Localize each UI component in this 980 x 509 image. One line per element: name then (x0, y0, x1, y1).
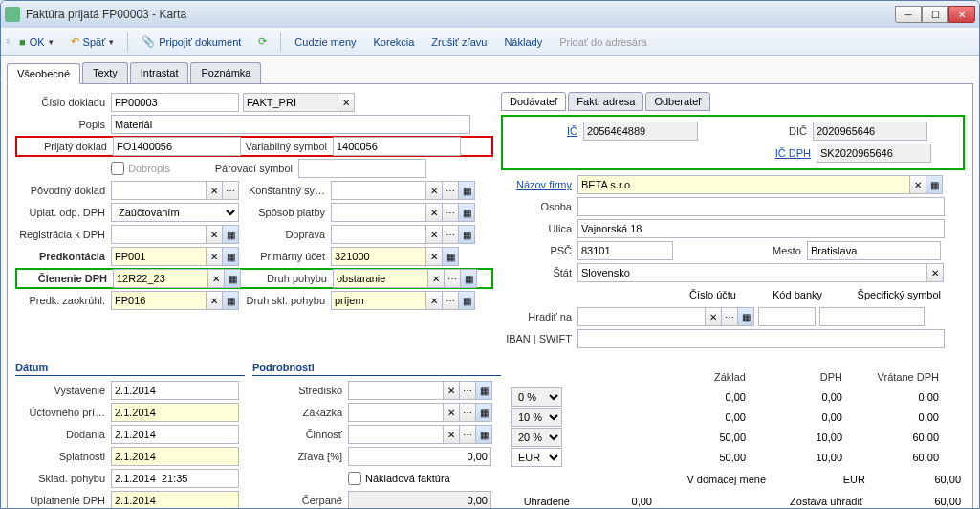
vat-reg-input[interactable] (111, 225, 207, 244)
close-button[interactable]: ✕ (948, 6, 975, 23)
rate2-select[interactable]: 20 % (511, 428, 562, 447)
discount-input[interactable] (348, 447, 491, 466)
accounting-date-input[interactable] (111, 403, 239, 422)
supplier-tab[interactable]: Dodávateľ (501, 92, 566, 111)
city-input[interactable] (807, 241, 941, 260)
received-doc-input[interactable] (113, 137, 241, 156)
company-name-input[interactable] (577, 175, 910, 194)
desc-input[interactable] (111, 115, 470, 134)
const-symbol-input[interactable] (331, 181, 426, 200)
movement-type-input[interactable] (333, 269, 428, 288)
vat-class-label: Členenie DPH (17, 273, 113, 284)
center-input[interactable] (348, 381, 444, 400)
zip-input[interactable] (577, 241, 673, 260)
delivery-date-label: Dodania (15, 429, 111, 440)
ic-input[interactable] (583, 122, 698, 141)
clear-original-button[interactable]: ✕ (206, 181, 223, 200)
iban-input[interactable] (577, 329, 945, 348)
tab-note[interactable]: Poznámka (190, 62, 261, 83)
account-no-input[interactable] (577, 307, 706, 326)
currencies-button[interactable]: Cudzie meny (287, 33, 363, 51)
received-doc-label: Prijatý doklad (17, 141, 113, 152)
order-label: Zákazka (252, 407, 348, 418)
vat-date-label: Uplatnenie DPH (15, 495, 111, 506)
company-name-link[interactable]: Názov firmy (501, 179, 577, 190)
pairing-symbol-input[interactable] (298, 159, 426, 178)
r1-total: 0,00 (847, 408, 943, 427)
vat-apply-label: Uplat. odp. DPH (15, 207, 111, 218)
r1-base: 0,00 (654, 408, 750, 427)
invoice-address-tab[interactable]: Fakt. adresa (568, 92, 643, 111)
app-icon (5, 7, 20, 22)
stock-movement-input[interactable] (331, 291, 426, 310)
stock-date-input[interactable] (111, 469, 239, 488)
r0-base: 0,00 (654, 387, 750, 407)
add-to-addressbook-button[interactable]: Pridať do adresára (552, 33, 655, 51)
const-symbol-label: Konštantný sy… (239, 185, 331, 196)
payment-method-input[interactable] (331, 203, 426, 222)
activity-label: Činnosť (252, 429, 348, 440)
vat-apply-select[interactable]: Zaúčtovaním (111, 203, 239, 222)
doc-number-label: Číslo dokladu (15, 97, 111, 108)
issue-date-label: Vystavenie (15, 385, 111, 396)
round-input[interactable] (111, 291, 207, 310)
issue-date-input[interactable] (111, 381, 239, 400)
paid-label: Uhradené (509, 496, 576, 507)
customer-tab[interactable]: Odberateľ (645, 92, 709, 111)
icdph-input[interactable] (817, 144, 931, 163)
var-symbol-input[interactable] (333, 137, 461, 156)
tab-texts[interactable]: Texty (82, 62, 128, 83)
round-label: Predk. zaokrúhl. (15, 295, 111, 306)
costs-button[interactable]: Náklady (496, 33, 550, 51)
order-input[interactable] (348, 403, 444, 422)
vat-class-input[interactable] (113, 269, 208, 288)
street-label: Ulica (501, 223, 577, 234)
original-doc-input[interactable] (111, 181, 207, 200)
r2-base: 50,00 (654, 428, 750, 447)
ok-button[interactable]: ■OK▾ (11, 33, 61, 51)
cancel-discount-button[interactable]: Zrušiť zľavu (424, 33, 494, 51)
clear-series-button[interactable]: ✕ (338, 93, 355, 112)
ic-link[interactable]: IČ (507, 125, 583, 137)
dobropis-checkbox[interactable] (111, 162, 124, 175)
doc-number-input[interactable] (111, 93, 239, 112)
payment-method-label: Spôsob platby (239, 207, 331, 218)
bank-code-input[interactable] (758, 307, 816, 326)
currency-select[interactable]: EUR (511, 448, 562, 467)
minimize-button[interactable]: ─ (895, 6, 922, 23)
country-input[interactable] (577, 263, 927, 282)
tab-general[interactable]: Všeobecné (7, 63, 80, 84)
delivery-date-input[interactable] (111, 425, 239, 444)
rate0-select[interactable]: 0 % (511, 387, 562, 407)
rate1-select[interactable]: 10 % (511, 408, 562, 427)
cost-invoice-label: Nákladová faktúra (365, 473, 450, 484)
bank-code-header: Kód banky (740, 289, 826, 300)
person-input[interactable] (577, 197, 945, 216)
toolbar-expand-icon[interactable]: ⦂ (7, 35, 10, 48)
refresh-button[interactable]: ⟳ (250, 33, 274, 51)
dic-input[interactable] (813, 122, 927, 141)
transport-input[interactable] (331, 225, 426, 244)
maximize-button[interactable]: ☐ (922, 6, 948, 23)
r2-vat: 10,00 (751, 428, 846, 447)
cost-invoice-checkbox[interactable] (348, 472, 361, 485)
correction-button[interactable]: Korekcia (366, 33, 423, 51)
tab-intrastat[interactable]: Intrastat (130, 62, 189, 83)
primary-account-input[interactable] (331, 247, 426, 266)
r0-vat: 0,00 (751, 387, 846, 407)
due-date-input[interactable] (111, 447, 239, 466)
stock-movement-label: Druh skl. pohybu (239, 295, 331, 306)
icdph-link[interactable]: IČ DPH (702, 147, 817, 159)
doc-series-input[interactable] (243, 93, 338, 112)
lookup-original-button[interactable]: ⋯ (222, 181, 239, 200)
street-input[interactable] (577, 219, 945, 238)
back-button[interactable]: ↶Späť▾ (63, 33, 122, 51)
activity-input[interactable] (348, 425, 444, 444)
vat-date-input[interactable] (111, 491, 239, 508)
attach-button[interactable]: 📎Pripojiť dokument (134, 33, 249, 51)
vat-class-highlight: Členenie DPH ✕▦ Druh pohybu ✕⋯▦ (15, 268, 493, 289)
window-title: Faktúra prijatá FP00003 - Karta (26, 8, 895, 21)
pay-to-label: Hradiť na (501, 311, 577, 322)
specific-symbol-input[interactable] (819, 307, 925, 326)
predkontacia-input[interactable] (111, 247, 207, 266)
